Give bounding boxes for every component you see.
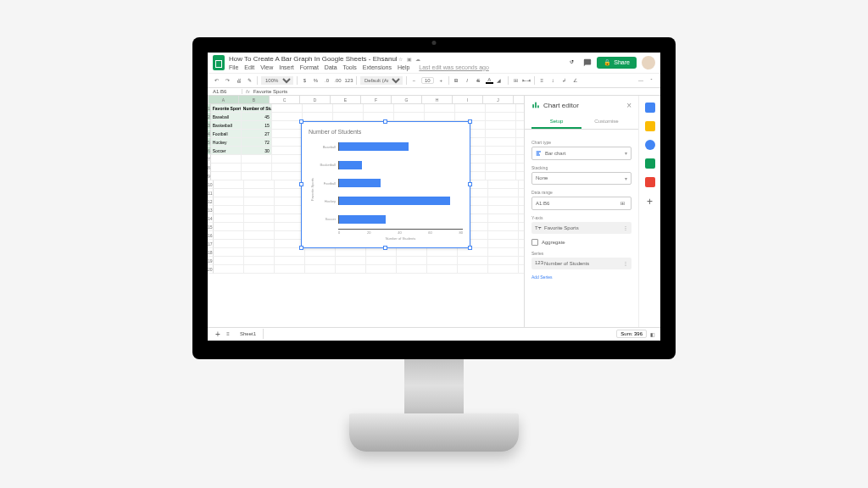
borders-icon[interactable]: ⊞ xyxy=(512,76,520,84)
add-sheet-button[interactable]: + xyxy=(213,330,223,339)
menu-file[interactable]: File xyxy=(229,64,238,70)
close-icon[interactable]: × xyxy=(626,101,632,110)
contacts-icon[interactable] xyxy=(645,158,655,169)
font-size-up-icon[interactable]: + xyxy=(437,76,445,84)
font-size-down-icon[interactable]: − xyxy=(410,76,418,84)
menu-tools[interactable]: Tools xyxy=(342,64,356,70)
chevron-down-icon: ▾ xyxy=(625,175,627,181)
menu-data[interactable]: Data xyxy=(325,64,337,70)
bar-chart-icon xyxy=(536,150,542,157)
chart-type-select[interactable]: Bar chart ▾ xyxy=(531,147,632,160)
aggregate-label: Aggregate xyxy=(542,240,565,245)
tab-customise[interactable]: Customise xyxy=(581,115,632,129)
explore-button[interactable]: ◧ xyxy=(650,331,655,337)
sheet-tab[interactable]: Sheet1 xyxy=(233,329,264,339)
resize-handle-tr[interactable] xyxy=(468,119,472,124)
formula-bar: A1:B6 fx xyxy=(208,88,660,96)
chart-editor-title: Chart editor xyxy=(543,102,626,109)
resize-handle-rm[interactable] xyxy=(468,182,472,186)
resize-handle-bm[interactable] xyxy=(383,246,387,250)
decrease-decimal-icon[interactable]: .0 xyxy=(323,76,331,84)
account-avatar[interactable] xyxy=(642,56,655,69)
sheet-area[interactable]: ABCDEFGHIJK1Favorite SportsNumber of Stu… xyxy=(208,96,524,327)
toolbar-overflow-icon[interactable]: ⋯ xyxy=(637,76,644,84)
calendar-icon[interactable] xyxy=(645,103,655,113)
tasks-icon[interactable] xyxy=(645,140,655,150)
more-icon[interactable]: ⋮ xyxy=(623,225,628,230)
undo-icon[interactable]: ↶ xyxy=(213,76,220,84)
side-panel-strip: + xyxy=(638,96,660,327)
svg-rect-1 xyxy=(535,103,537,108)
keep-icon[interactable] xyxy=(645,121,655,131)
add-series-link[interactable]: Add Series xyxy=(531,274,632,280)
font-select[interactable]: Default (Ari... xyxy=(360,76,403,85)
y-axis-chip[interactable]: Tᴛ Favorite Sports ⋮ xyxy=(531,222,632,234)
font-size-value[interactable]: 10 xyxy=(421,77,434,84)
resize-handle-br[interactable] xyxy=(468,246,472,250)
menu-edit[interactable]: Edit xyxy=(244,64,254,70)
resize-handle-lm[interactable] xyxy=(299,182,303,186)
increase-decimal-icon[interactable]: .00 xyxy=(334,76,342,84)
menu-format[interactable]: Format xyxy=(300,64,319,70)
svg-rect-5 xyxy=(537,154,540,155)
menu-bar: File Edit View Insert Format Data Tools … xyxy=(229,64,570,70)
sheets-logo-icon[interactable] xyxy=(213,55,225,70)
data-range-input[interactable]: A1:B6 ⊞ xyxy=(531,197,632,210)
chart-type-label: Chart type xyxy=(531,140,632,145)
aggregate-checkbox[interactable] xyxy=(531,239,538,246)
chart-object[interactable]: Number of Students Favorite Sports Baseb… xyxy=(301,121,470,248)
svg-rect-2 xyxy=(537,105,539,108)
cloud-status-icon[interactable]: ☁ xyxy=(415,56,422,63)
chart-editor-panel: Chart editor × Setup Customise Chart typ… xyxy=(524,96,638,327)
toolbar-collapse-icon[interactable]: ˆ xyxy=(648,76,655,84)
strikethrough-icon[interactable]: S xyxy=(475,76,482,84)
more-icon[interactable]: ⋮ xyxy=(623,260,628,266)
currency-icon[interactable]: $ xyxy=(301,76,309,84)
stacking-select[interactable]: None ▾ xyxy=(531,172,632,185)
svg-rect-4 xyxy=(537,152,539,153)
name-box[interactable]: A1:B6 xyxy=(213,89,242,94)
lock-icon: 🔒 xyxy=(604,59,611,66)
percent-icon[interactable]: % xyxy=(312,76,320,84)
text-color-icon[interactable]: A xyxy=(486,76,493,84)
rotate-icon[interactable]: ∠ xyxy=(571,76,579,84)
menu-view[interactable]: View xyxy=(260,64,273,70)
move-folder-icon[interactable]: ▣ xyxy=(407,56,414,63)
menu-extensions[interactable]: Extensions xyxy=(363,64,392,70)
formula-input[interactable] xyxy=(253,89,655,94)
doc-title[interactable]: How To Create A Bar Graph In Google Shee… xyxy=(229,55,398,63)
add-addon-icon[interactable]: + xyxy=(647,196,653,208)
chart-editor-icon xyxy=(531,101,540,109)
series-chip[interactable]: 123 Number of Students ⋮ xyxy=(531,258,632,269)
print-icon[interactable]: 🖨 xyxy=(235,76,242,84)
stacking-label: Stacking xyxy=(531,165,632,170)
tab-setup[interactable]: Setup xyxy=(531,115,581,129)
fx-icon: fx xyxy=(246,89,250,94)
share-button[interactable]: 🔒 Share xyxy=(597,57,637,69)
wrap-icon[interactable]: ↲ xyxy=(560,76,568,84)
zoom-select[interactable]: 100% xyxy=(261,76,293,85)
fill-color-icon[interactable]: ◢ xyxy=(497,76,504,84)
sum-display[interactable]: Sum: 396 xyxy=(616,330,647,338)
paint-format-icon[interactable]: ✎ xyxy=(246,76,253,84)
maps-icon[interactable] xyxy=(645,177,655,187)
resize-handle-tl[interactable] xyxy=(299,119,303,124)
merge-icon[interactable]: ⇤⇥ xyxy=(523,76,531,84)
data-range-label: Data range xyxy=(531,190,632,195)
h-align-icon[interactable]: ≡ xyxy=(538,76,546,84)
bold-icon[interactable]: B xyxy=(453,76,460,84)
resize-handle-tm[interactable] xyxy=(383,119,387,124)
resize-handle-bl[interactable] xyxy=(299,246,303,250)
menu-help[interactable]: Help xyxy=(398,64,409,70)
v-align-icon[interactable]: ↕ xyxy=(549,76,557,84)
star-icon[interactable]: ☆ xyxy=(398,56,405,63)
more-formats-icon[interactable]: 123 xyxy=(345,76,353,84)
select-range-icon[interactable]: ⊞ xyxy=(620,200,627,207)
menu-insert[interactable]: Insert xyxy=(279,64,294,70)
all-sheets-icon[interactable]: ≡ xyxy=(223,331,233,336)
comment-icon[interactable] xyxy=(583,58,592,67)
last-edit-link[interactable]: Last edit was seconds ago xyxy=(419,64,489,70)
italic-icon[interactable]: I xyxy=(464,76,471,84)
history-icon[interactable]: ↺ xyxy=(570,58,578,67)
redo-icon[interactable]: ↷ xyxy=(224,76,231,84)
